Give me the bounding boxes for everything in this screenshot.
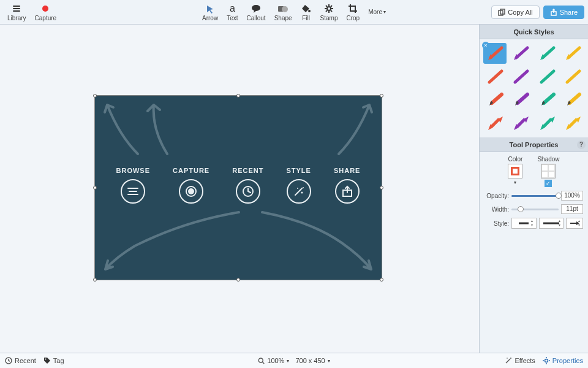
resize-handle-n[interactable]	[236, 94, 240, 98]
resize-handle-se[interactable]	[380, 278, 383, 282]
side-panel: Quick Styles × Tool Properties ? Color ▾…	[479, 25, 588, 353]
quick-style-4[interactable]	[483, 66, 507, 87]
quick-style-7[interactable]	[561, 66, 584, 87]
opacity-row: Opacity: 100%	[484, 191, 583, 201]
text-tool[interactable]: a Text	[223, 2, 241, 23]
recent-button[interactable]: Recent	[5, 357, 36, 364]
line-mid-style[interactable]: ▴▾	[539, 218, 564, 229]
arrow-tool-label: Arrow	[202, 15, 218, 21]
svg-line-38	[567, 71, 579, 82]
svg-line-36	[515, 71, 527, 82]
fill-tool[interactable]: Fill	[297, 2, 315, 23]
shadow-picker[interactable]	[541, 164, 556, 178]
chevron-down-icon: ▾	[287, 358, 289, 364]
tool-properties-title: Tool Properties	[510, 141, 559, 148]
quick-style-10[interactable]	[535, 90, 559, 110]
more-tools[interactable]: More ▾	[364, 7, 390, 17]
tag-button[interactable]: Tag	[43, 357, 64, 364]
resize-handle-sw[interactable]	[93, 278, 97, 282]
effects-button[interactable]: Effects	[505, 357, 535, 364]
svg-point-28	[297, 188, 298, 189]
quick-style-6[interactable]	[535, 66, 559, 87]
recent-item-label: RECENT	[232, 167, 263, 174]
svg-line-54	[506, 359, 510, 363]
share-item-label: SHARE	[334, 167, 361, 174]
svg-line-15	[326, 10, 327, 12]
quick-style-2[interactable]	[535, 43, 559, 64]
quick-style-3[interactable]	[561, 43, 584, 64]
canvas-image[interactable]: BROWSE CAPTURE RECENT STYLE	[94, 95, 382, 280]
color-group: Color ▾	[508, 156, 522, 187]
svg-line-41	[544, 94, 554, 103]
line-start-style[interactable]: ▴▾	[511, 218, 537, 229]
crop-tool[interactable]: Crop	[342, 2, 363, 23]
svg-line-35	[489, 71, 502, 82]
canvas-area[interactable]: BROWSE CAPTURE RECENT STYLE	[0, 25, 479, 353]
quick-style-5[interactable]	[509, 66, 532, 87]
svg-point-27	[301, 192, 303, 194]
svg-point-4	[252, 5, 260, 11]
callout-tool[interactable]: Callout	[243, 2, 270, 23]
capture-button[interactable]: Capture	[31, 2, 61, 23]
canvas-item-style: STYLE	[286, 167, 311, 204]
share-label: Share	[560, 9, 578, 16]
opacity-slider[interactable]	[511, 195, 559, 197]
share-icon	[550, 9, 557, 16]
svg-point-29	[303, 187, 304, 188]
quick-style-1[interactable]	[509, 43, 532, 64]
properties-button[interactable]: Properties	[543, 357, 583, 364]
svg-line-46	[570, 119, 577, 126]
quick-style-8[interactable]	[483, 90, 507, 110]
quick-style-0[interactable]: ×	[483, 43, 507, 64]
chevron-down-icon: ▾	[328, 358, 330, 364]
dimensions-control[interactable]: 700 x 450 ▾	[295, 357, 330, 364]
color-picker[interactable]	[508, 164, 522, 178]
svg-point-24	[188, 188, 194, 194]
recent-label: Recent	[15, 357, 36, 364]
close-icon[interactable]: ×	[482, 42, 489, 49]
svg-point-8	[327, 7, 331, 10]
resize-handle-s[interactable]	[236, 278, 240, 282]
canvas-item-browse: BROWSE	[116, 167, 151, 204]
arrow-tool[interactable]: Arrow	[198, 2, 222, 23]
line-end-style[interactable]: ▴▾	[566, 218, 583, 229]
dimensions-label: 700 x 450	[295, 357, 325, 364]
gear-icon	[323, 3, 334, 14]
library-button[interactable]: Library	[4, 2, 30, 23]
chevron-down-icon[interactable]: ▾	[514, 180, 516, 185]
opacity-value[interactable]: 100%	[561, 191, 583, 201]
tag-label: Tag	[53, 357, 64, 364]
decor-arrow-sw	[98, 209, 245, 277]
help-icon[interactable]: ?	[577, 140, 586, 149]
resize-handle-ne[interactable]	[380, 94, 383, 98]
shape-tool-label: Shape	[274, 15, 292, 21]
text-tool-label: Text	[227, 15, 238, 21]
width-value[interactable]: 11pt	[561, 204, 583, 214]
quick-style-11[interactable]	[561, 90, 584, 110]
decor-arrow-nw	[101, 99, 144, 157]
capture-item-label: CAPTURE	[173, 167, 209, 174]
quick-style-15[interactable]	[561, 113, 584, 134]
quick-style-12[interactable]	[483, 113, 507, 134]
crop-icon	[347, 3, 358, 14]
share-button[interactable]: Share	[543, 6, 584, 19]
crop-tool-label: Crop	[346, 15, 360, 21]
svg-line-33	[543, 48, 554, 58]
quick-style-14[interactable]	[535, 113, 559, 134]
statusbar-center: 100% ▾ 700 x 450 ▾	[258, 357, 330, 364]
quick-styles-header: Quick Styles	[480, 25, 588, 39]
svg-line-31	[491, 48, 502, 58]
stamp-tool[interactable]: Stamp	[317, 2, 342, 23]
width-slider[interactable]	[511, 209, 559, 210]
shape-tool[interactable]: Shape	[271, 2, 296, 23]
zoom-control[interactable]: 100% ▾	[258, 357, 289, 364]
style-label: Style:	[484, 220, 509, 227]
svg-line-14	[331, 10, 332, 12]
copy-all-button[interactable]: Copy All	[491, 6, 539, 19]
resize-handle-nw[interactable]	[93, 94, 97, 98]
shadow-checkbox[interactable]: ✓	[545, 180, 552, 187]
menu-icon	[11, 3, 22, 14]
quick-style-13[interactable]	[509, 113, 532, 134]
effects-label: Effects	[514, 357, 535, 364]
quick-style-9[interactable]	[509, 90, 532, 110]
